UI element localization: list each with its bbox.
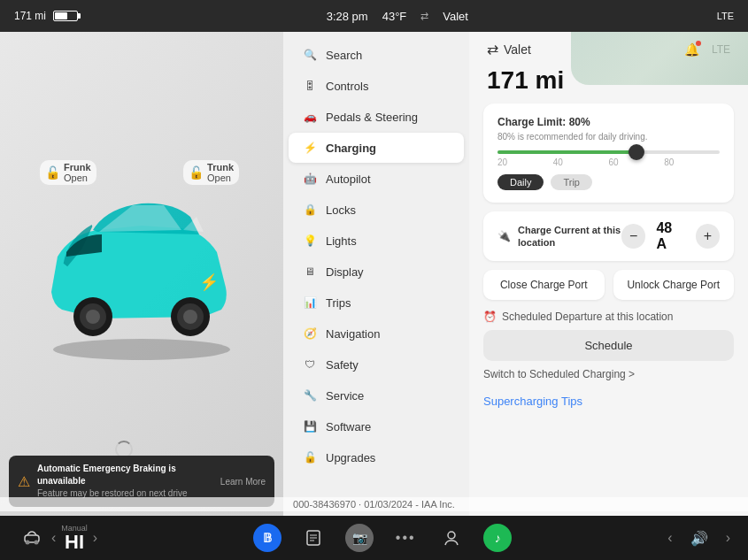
sidebar-label-upgrades: Upgrades	[326, 451, 375, 464]
sidebar-label-controls: Controls	[326, 80, 368, 93]
trips-icon: 📊	[303, 295, 317, 310]
notifications-area[interactable]: 🔔	[684, 42, 699, 57]
sidebar-label-display: Display	[326, 265, 364, 279]
bluetooth-icon[interactable]: 𝔹	[253, 524, 281, 552]
learn-more-link[interactable]: Learn More	[220, 477, 266, 487]
svg-point-9	[26, 541, 30, 545]
safety-icon: 🛡	[303, 357, 317, 372]
watermark: 000-38436970 · 01/03/2024 - IAA Inc.	[0, 497, 748, 511]
schedule-button[interactable]: Schedule	[483, 330, 734, 361]
svg-point-10	[35, 541, 39, 545]
next-track-icon[interactable]: ›	[726, 530, 730, 546]
sidebar-item-service[interactable]: 🔧 Service	[289, 380, 464, 410]
charge-limit-slider[interactable]: 20 40 60 80	[497, 150, 720, 167]
taskbar-right: ‹ 🔊 ›	[667, 524, 730, 552]
volume-icon[interactable]: 🔊	[685, 524, 713, 552]
alert-icon: ⚠	[18, 473, 30, 490]
valet-label: Valet	[504, 42, 531, 57]
sidebar: 🔍 Search 🎛 Controls 🚗 Pedals & Steering …	[283, 32, 469, 516]
sidebar-item-trips[interactable]: 📊 Trips	[289, 288, 464, 318]
sidebar-label-charging: Charging	[326, 142, 376, 155]
slider-thumb[interactable]	[628, 144, 644, 160]
sidebar-label-pedals: Pedals & Steering	[326, 111, 418, 124]
sidebar-item-upgrades[interactable]: 🔓 Upgrades	[289, 442, 464, 472]
decrease-current-button[interactable]: −	[621, 224, 645, 249]
software-icon: 💾	[303, 419, 317, 433]
clock-icon: ⏰	[483, 311, 497, 323]
charge-limit-subtitle: 80% is recommended for daily driving.	[497, 132, 720, 142]
increase-current-button[interactable]: +	[696, 224, 720, 249]
status-right: LTE	[717, 11, 734, 21]
mode-display: Valet	[443, 10, 468, 23]
frunk-label: 🔓 Frunk Open	[40, 160, 96, 185]
taskbar-center: 𝔹 📷 ••• ♪	[253, 524, 512, 552]
slider-labels: 20 40 60 80	[497, 157, 720, 167]
prev-arrow[interactable]: ‹	[51, 530, 56, 546]
tab-trip[interactable]: Trip	[551, 174, 592, 190]
sidebar-label-software: Software	[326, 420, 371, 433]
sidebar-label-navigation: Navigation	[326, 327, 380, 341]
sidebar-label-lights: Lights	[326, 234, 357, 248]
charge-current-value: 48 A	[656, 220, 684, 252]
status-bar: 171 mi 3:28 pm 43°F ⇄ Valet LTE	[0, 0, 748, 32]
range-value: 171 mi	[487, 66, 564, 94]
sidebar-item-software[interactable]: 💾 Software	[289, 411, 464, 441]
tab-daily[interactable]: Daily	[497, 174, 544, 190]
profile-icon[interactable]	[437, 524, 466, 552]
sidebar-label-service: Service	[326, 389, 364, 403]
sidebar-label-safety: Safety	[326, 358, 359, 372]
display-icon: 🖥	[303, 265, 317, 279]
sidebar-item-navigation[interactable]: 🧭 Navigation	[289, 318, 464, 349]
sidebar-item-locks[interactable]: 🔒 Locks	[289, 195, 464, 225]
upgrades-icon: 🔓	[303, 450, 317, 464]
charge-current-label: 🔌 Charge Current at this location	[497, 224, 621, 249]
sidebar-item-search[interactable]: 🔍 Search	[289, 40, 464, 70]
hi-display: Manual HI	[61, 524, 88, 552]
close-charge-port-button[interactable]: Close Charge Port	[483, 270, 605, 300]
left-panel: 🔓 Frunk Open 🔓 Trunk Open	[0, 32, 283, 516]
charge-limit-card: Charge Limit: 80% 80% is recommended for…	[483, 104, 734, 203]
taskbar: ‹ Manual HI › 𝔹 📷 •••	[0, 516, 748, 560]
time-display: 3:28 pm	[327, 10, 368, 23]
notes-icon[interactable]	[299, 524, 328, 552]
status-center: 3:28 pm 43°F ⇄ Valet	[327, 10, 468, 23]
charge-current-row: 🔌 Charge Current at this location − 48 A…	[483, 211, 734, 261]
more-options-icon[interactable]: •••	[391, 524, 420, 552]
autopilot-icon: 🤖	[303, 172, 317, 186]
sidebar-item-autopilot[interactable]: 🤖 Autopilot	[289, 164, 464, 194]
svg-text:⚡: ⚡	[199, 272, 220, 292]
notification-dot	[696, 41, 701, 46]
spotify-icon[interactable]: ♪	[483, 524, 512, 552]
trunk-label: 🔓 Trunk Open	[183, 160, 239, 185]
nav-arrows: ‹	[51, 530, 56, 546]
charge-tabs: Daily Trip	[497, 174, 720, 190]
scheduled-departure-title: ⏰ Scheduled Departure at this location	[483, 311, 734, 323]
supercharging-tips-link[interactable]: Supercharging Tips	[469, 389, 748, 413]
slider-fill	[497, 150, 631, 154]
charge-current-control: − 48 A +	[621, 220, 720, 252]
sidebar-label-search: Search	[326, 49, 362, 62]
sidebar-item-controls[interactable]: 🎛 Controls	[289, 71, 464, 101]
next-arrow[interactable]: ›	[93, 530, 97, 546]
service-icon: 🔧	[303, 388, 317, 403]
prev-track-icon[interactable]: ‹	[667, 530, 672, 546]
car-visualization: ⚡	[27, 186, 257, 363]
sidebar-item-safety[interactable]: 🛡 Safety	[289, 349, 464, 380]
sidebar-item-display[interactable]: 🖥 Display	[289, 257, 464, 287]
slider-track	[497, 150, 720, 154]
unlock-charge-port-button[interactable]: Unlock Charge Port	[613, 270, 735, 300]
car-controls-icon[interactable]	[18, 524, 46, 552]
camera-icon[interactable]: 📷	[345, 524, 374, 552]
sidebar-item-pedals[interactable]: 🚗 Pedals & Steering	[289, 102, 464, 132]
plug-icon: 🔌	[497, 230, 511, 242]
sidebar-label-locks: Locks	[326, 203, 356, 217]
battery-icon	[53, 11, 78, 21]
switch-charging-link[interactable]: Switch to Scheduled Charging >	[483, 368, 734, 380]
scheduled-departure-section: ⏰ Scheduled Departure at this location S…	[469, 311, 748, 380]
sidebar-item-charging[interactable]: ⚡ Charging	[289, 133, 464, 163]
pedals-icon: 🚗	[303, 110, 317, 124]
sidebar-item-lights[interactable]: 💡 Lights	[289, 226, 464, 256]
sidebar-label-autopilot: Autopilot	[326, 173, 371, 186]
navigation-icon: 🧭	[303, 326, 317, 341]
svg-point-0	[53, 339, 230, 360]
